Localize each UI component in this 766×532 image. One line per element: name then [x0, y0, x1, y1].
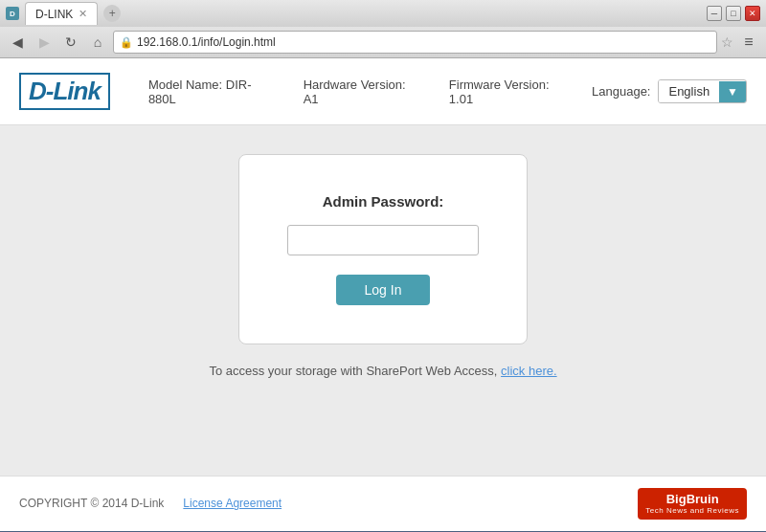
password-label: Admin Password: [323, 193, 444, 210]
minimize-icon: ─ [711, 9, 717, 18]
forward-button[interactable]: ▶ [33, 31, 56, 54]
refresh-icon: ↻ [65, 34, 77, 50]
hardware-label: Hardware Version: [304, 78, 406, 92]
hardware-value: A1 [304, 92, 319, 106]
forward-icon: ▶ [39, 34, 50, 50]
language-dropdown-button[interactable]: ▼ [719, 81, 746, 102]
address-icon: 🔒 [120, 36, 133, 49]
title-bar: D D-LINK ✕ + ─ □ ✕ [0, 0, 766, 27]
footer-logo-sub: Tech News and Reviews [645, 506, 739, 516]
tab-favicon: D [6, 7, 19, 20]
copyright-text: COPYRIGHT © 2014 D-Link [19, 497, 164, 510]
nav-bar: ◀ ▶ ↻ ⌂ 🔒 ☆ ≡ [0, 27, 766, 57]
login-button[interactable]: Log In [336, 275, 431, 305]
minimize-button[interactable]: ─ [707, 6, 722, 21]
language-value: English [659, 80, 719, 102]
back-button[interactable]: ◀ [6, 31, 29, 54]
shareport-text: To access your storage with SharePort We… [209, 364, 556, 378]
model-info: Model Name: DIR-880L [148, 78, 265, 106]
firmware-info: Firmware Version: 1.01 [449, 78, 563, 106]
tab-title: D-LINK [35, 8, 73, 21]
page-header: D-Link Model Name: DIR-880L Hardware Ver… [0, 58, 766, 125]
address-bar-container: 🔒 [113, 31, 717, 54]
page-content: D-Link Model Name: DIR-880L Hardware Ver… [0, 58, 766, 531]
back-icon: ◀ [12, 34, 23, 50]
maximize-button[interactable]: □ [726, 6, 741, 21]
maximize-icon: □ [731, 9, 735, 18]
login-box: Admin Password: Log In [238, 154, 528, 344]
footer-logo: BigBruin Tech News and Reviews [638, 488, 747, 520]
close-button[interactable]: ✕ [745, 6, 760, 21]
language-label: Language: [592, 84, 650, 99]
license-link[interactable]: License Agreement [183, 497, 282, 510]
language-section: Language: English ▼ [592, 79, 747, 103]
password-input[interactable] [287, 225, 479, 255]
dropdown-icon: ▼ [727, 85, 738, 99]
address-input[interactable] [137, 35, 710, 49]
firmware-value: 1.01 [449, 92, 473, 106]
new-tab-button[interactable]: + [103, 5, 121, 22]
hardware-info: Hardware Version: A1 [304, 78, 411, 106]
footer-logo-main: BigBruin [666, 492, 719, 507]
home-button[interactable]: ⌂ [86, 31, 109, 54]
footer-left: COPYRIGHT © 2014 D-Link License Agreemen… [19, 497, 282, 510]
home-icon: ⌂ [94, 34, 101, 50]
menu-icon[interactable]: ≡ [737, 33, 760, 51]
page-footer: COPYRIGHT © 2014 D-Link License Agreemen… [0, 476, 766, 531]
dlink-logo: D-Link [19, 73, 110, 110]
shareport-link[interactable]: click here. [501, 364, 557, 378]
tab-close-icon[interactable]: ✕ [79, 8, 87, 20]
shareport-description: To access your storage with SharePort We… [209, 364, 497, 378]
header-info: Model Name: DIR-880L Hardware Version: A… [148, 78, 563, 106]
bookmark-icon[interactable]: ☆ [721, 34, 733, 50]
main-content: Admin Password: Log In To access your st… [0, 125, 766, 476]
close-icon: ✕ [749, 9, 756, 18]
browser-tab[interactable]: D-LINK ✕ [25, 2, 98, 25]
language-selector[interactable]: English ▼ [658, 79, 747, 103]
firmware-label: Firmware Version: [449, 78, 550, 92]
refresh-button[interactable]: ↻ [59, 31, 82, 54]
model-label: Model Name: [148, 78, 222, 92]
